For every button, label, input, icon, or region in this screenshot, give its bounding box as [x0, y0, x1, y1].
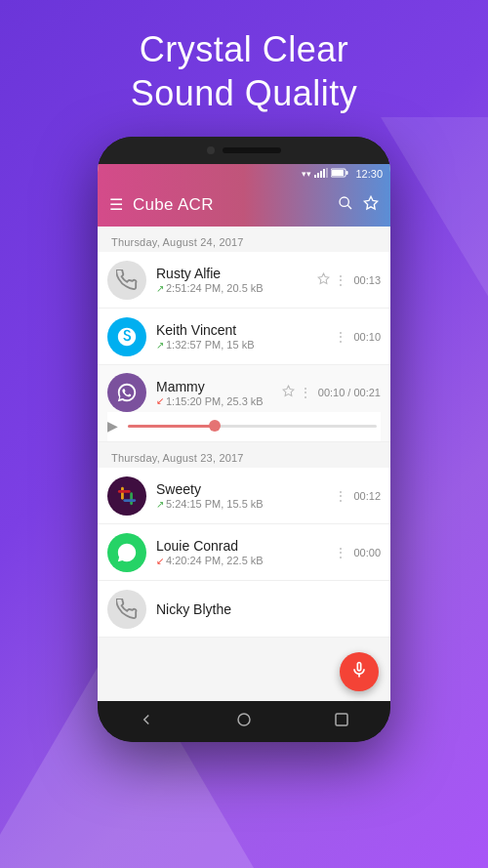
item-name: Mammy: [156, 379, 282, 394]
back-button[interactable]: [138, 711, 155, 732]
svg-point-8: [340, 197, 348, 206]
svg-rect-6: [346, 171, 348, 175]
list-item[interactable]: Louie Conrad ↙ 4:20:24 PM, 22.5 kB ⋮ 00:…: [98, 524, 390, 581]
item-content-sweety: Sweety ↗ 5:24:15 PM, 15.5 kB: [156, 481, 334, 510]
wifi-icon: ▾▾: [302, 169, 311, 179]
headline-line1: Crystal Clear: [140, 29, 349, 69]
recents-button[interactable]: [333, 711, 350, 732]
svg-rect-14: [130, 492, 133, 505]
avatar-louie-conrad: [107, 533, 146, 572]
item-name: Keith Vincent: [156, 322, 334, 338]
star-filter-button[interactable]: [363, 195, 379, 215]
signal-icon: [314, 168, 328, 180]
arrow-down-icon: ↙: [156, 556, 164, 566]
svg-rect-7: [332, 170, 344, 176]
item-content-louie: Louie Conrad ↙ 4:20:24 PM, 22.5 kB: [156, 538, 334, 566]
item-content-keith: Keith Vincent ↗ 1:32:57 PM, 15 kB: [156, 322, 334, 351]
list-item[interactable]: Mammy ↙ 1:15:20 PM, 25.3 kB ⋮: [98, 365, 390, 442]
audio-player: ▶: [107, 412, 381, 441]
more-button[interactable]: ⋮: [334, 545, 347, 560]
list-item[interactable]: Nicky Blythe: [98, 581, 390, 638]
item-content-mammy: Mammy ↙ 1:15:20 PM, 25.3 kB: [156, 379, 282, 407]
item-meta: ↗ 2:51:24 PM, 20.5 kB: [156, 282, 317, 294]
battery-icon: [331, 168, 348, 180]
svg-marker-10: [364, 196, 377, 209]
more-button[interactable]: ⋮: [334, 272, 347, 288]
star-button[interactable]: [317, 272, 330, 288]
svg-rect-16: [123, 499, 136, 502]
avatar-mammy: [107, 373, 146, 412]
front-camera: [207, 146, 215, 154]
app-title: Cube ACR: [133, 195, 328, 215]
svg-rect-18: [336, 714, 347, 725]
headline: Crystal Clear Sound Quality: [131, 27, 358, 115]
more-button[interactable]: ⋮: [334, 488, 347, 504]
svg-line-9: [347, 205, 351, 209]
item-meta: ↙ 4:20:24 PM, 22.5 kB: [156, 555, 334, 566]
star-button[interactable]: [282, 385, 295, 400]
arrow-down-icon: ↙: [156, 395, 164, 406]
svg-rect-15: [118, 490, 131, 493]
section-header-2: Thursday, August 23, 2017: [98, 442, 390, 468]
status-bar: ▾▾: [98, 164, 390, 184]
screen: ▾▾: [98, 164, 390, 701]
item-duration: 00:00: [353, 547, 381, 558]
phone-top-bar: [98, 137, 390, 164]
svg-rect-3: [323, 169, 325, 178]
item-name: Sweety: [156, 481, 334, 497]
headline-line2: Sound Quality: [131, 73, 358, 113]
arrow-up-icon: ↗: [156, 499, 164, 510]
progress-thumb[interactable]: [209, 420, 221, 432]
list-item[interactable]: Sweety ↗ 5:24:15 PM, 15.5 kB ⋮ 00:12: [98, 468, 390, 524]
play-button[interactable]: ▶: [107, 418, 118, 434]
progress-fill: [128, 425, 215, 428]
item-meta: ↙ 1:15:20 PM, 25.3 kB: [156, 395, 282, 407]
section-header-1: Thursday, August 24, 2017: [98, 227, 390, 252]
arrow-up-icon: ↗: [156, 340, 164, 351]
svg-rect-13: [121, 486, 124, 499]
phone-nav-bar: [98, 701, 390, 742]
list-item[interactable]: Keith Vincent ↗ 1:32:57 PM, 15 kB ⋮ 00:1…: [98, 309, 390, 365]
item-actions: ⋮: [282, 385, 312, 400]
content-list: Thursday, August 24, 2017 Rusty Alfie ↗ …: [98, 227, 390, 638]
svg-rect-2: [320, 171, 322, 178]
item-duration: 00:12: [353, 490, 381, 502]
search-button[interactable]: [338, 195, 353, 215]
svg-rect-1: [317, 173, 319, 178]
svg-marker-11: [319, 273, 330, 283]
avatar-rusty-alfie: [107, 261, 146, 300]
item-duration: 00:10 / 00:21: [318, 387, 381, 398]
item-name: Nicky Blythe: [156, 601, 381, 617]
phone-frame: ▾▾: [98, 137, 390, 742]
more-button[interactable]: ⋮: [299, 385, 312, 400]
more-button[interactable]: ⋮: [334, 329, 347, 345]
item-actions: ⋮: [317, 272, 347, 288]
hamburger-icon[interactable]: ☰: [109, 197, 123, 213]
item-actions: ⋮: [334, 329, 347, 345]
item-content-nicky: Nicky Blythe: [156, 601, 381, 617]
svg-marker-12: [283, 386, 294, 395]
item-actions: ⋮: [334, 545, 347, 560]
app-bar: ☰ Cube ACR: [98, 184, 390, 227]
item-name: Rusty Alfie: [156, 266, 317, 281]
item-actions: ⋮: [334, 488, 347, 504]
avatar-keith-vincent: [107, 317, 146, 356]
progress-bar[interactable]: [128, 425, 377, 428]
svg-rect-0: [314, 175, 316, 178]
item-meta: ↗ 5:24:15 PM, 15.5 kB: [156, 498, 334, 510]
item-content-rusty: Rusty Alfie ↗ 2:51:24 PM, 20.5 kB: [156, 266, 317, 294]
status-time: 12:30: [355, 168, 383, 180]
item-duration: 00:10: [353, 331, 381, 343]
home-button[interactable]: [235, 711, 253, 732]
avatar-sweety: [107, 476, 146, 516]
fab-microphone[interactable]: [340, 652, 379, 691]
item-duration: 00:13: [353, 274, 381, 286]
microphone-icon: [349, 660, 369, 684]
item-meta: ↗ 1:32:57 PM, 15 kB: [156, 339, 334, 351]
item-name: Louie Conrad: [156, 538, 334, 554]
avatar-nicky-blythe: [107, 590, 146, 629]
speaker: [223, 147, 281, 153]
list-item[interactable]: Rusty Alfie ↗ 2:51:24 PM, 20.5 kB ⋮ 00:1…: [98, 252, 390, 309]
svg-point-17: [238, 714, 250, 725]
svg-rect-4: [326, 168, 328, 178]
